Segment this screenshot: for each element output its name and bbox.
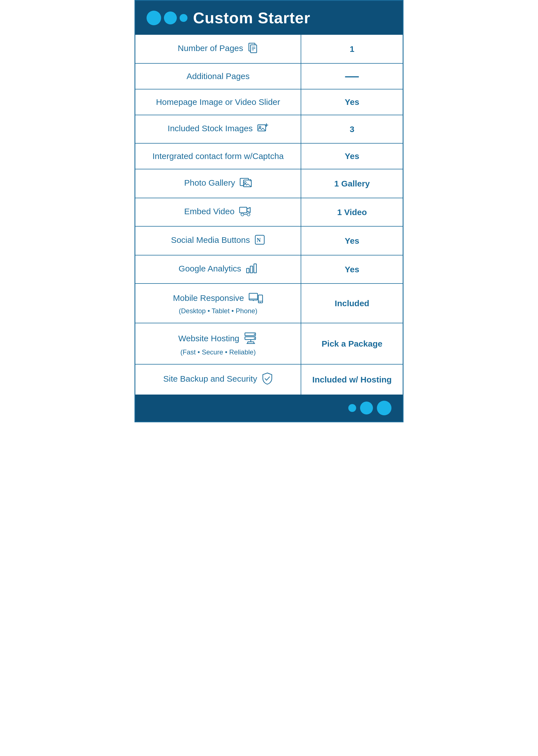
feature-value: 1 (301, 35, 403, 63)
svg-point-6 (259, 126, 261, 128)
pages-icon (248, 43, 258, 55)
table-row: Site Backup and Security Included w/ Hos… (135, 364, 403, 394)
feature-label: Site Backup and Security (135, 364, 301, 394)
feature-label: Homepage Image or Video Slider (135, 89, 301, 115)
header-dots (146, 11, 188, 25)
feature-label: Social Media Buttons N (135, 226, 301, 255)
feature-value: Yes (301, 226, 403, 255)
hosting-sublabel: (Fast • Secure • Reliable) (144, 348, 292, 356)
table-row: Social Media Buttons N Yes (135, 226, 403, 255)
table-row: Google Analytics Yes (135, 255, 403, 283)
dot-medium (164, 12, 177, 25)
hosting-icon (244, 331, 258, 347)
feature-label: Additional Pages (135, 63, 301, 89)
mobile-responsive-sublabel: (Desktop • Tablet • Phone) (144, 307, 292, 315)
header-title: Custom Starter (193, 9, 310, 27)
feature-label: Google Analytics (135, 255, 301, 283)
svg-rect-24 (258, 295, 263, 303)
feature-label: Included Stock Images (135, 115, 301, 143)
social-media-icon: N (254, 234, 265, 247)
svg-point-29 (254, 334, 255, 335)
feature-value: 1 Video (301, 198, 403, 226)
feature-value (301, 63, 403, 89)
svg-rect-21 (254, 264, 256, 273)
svg-point-15 (247, 213, 250, 216)
svg-rect-13 (240, 207, 247, 213)
photo-gallery-icon (240, 177, 252, 190)
footer-dot-large (377, 401, 392, 415)
svg-point-31 (254, 338, 255, 339)
table-row: Photo Gallery 1 Gallery (135, 169, 403, 198)
feature-value: Yes (301, 255, 403, 283)
mobile-responsive-icon (248, 292, 263, 306)
security-icon (262, 373, 273, 387)
table-row: Intergrated contact form w/Captcha Yes (135, 143, 403, 169)
dot-large (146, 11, 161, 25)
svg-rect-20 (250, 266, 253, 273)
feature-value: Yes (301, 143, 403, 169)
table-row: Included Stock Images 3 (135, 115, 403, 143)
card-header: Custom Starter (135, 1, 403, 35)
feature-label: Website Hosting (135, 323, 301, 364)
feature-value: 3 (301, 115, 403, 143)
svg-point-14 (241, 213, 244, 216)
table-row: Mobile Responsive (Desktop • Tablet • Ph… (135, 283, 403, 323)
table-row: Embed Video 1 Video (135, 198, 403, 226)
pricing-card: Custom Starter Number of Pages (134, 0, 404, 422)
video-icon (239, 206, 252, 218)
svg-point-26 (260, 302, 261, 303)
feature-value: Included (301, 283, 403, 323)
table-row: Website Hosting (135, 323, 403, 364)
stock-image-icon (257, 123, 268, 135)
svg-text:N: N (257, 237, 261, 243)
card-footer (135, 394, 403, 422)
svg-point-27 (253, 300, 254, 301)
feature-label: Embed Video (135, 198, 301, 226)
feature-label: Number of Pages (135, 35, 301, 63)
dash-indicator (345, 76, 359, 78)
feature-label: Intergrated contact form w/Captcha (135, 143, 301, 169)
analytics-icon (246, 263, 257, 275)
feature-value: Pick a Package (301, 323, 403, 364)
svg-rect-19 (246, 268, 249, 273)
feature-value: 1 Gallery (301, 169, 403, 198)
footer-dot-small (348, 404, 356, 412)
dot-small (180, 14, 188, 22)
feature-label: Mobile Responsive (Desktop • Tablet • Ph… (135, 283, 301, 323)
feature-value: Included w/ Hosting (301, 364, 403, 394)
table-row: Homepage Image or Video Slider Yes (135, 89, 403, 115)
table-row: Additional Pages (135, 63, 403, 89)
table-row: Number of Pages 1 (135, 35, 403, 63)
feature-label: Photo Gallery (135, 169, 301, 198)
feature-value: Yes (301, 89, 403, 115)
footer-dot-medium (360, 402, 373, 414)
features-table: Number of Pages 1 Additional P (135, 35, 403, 394)
